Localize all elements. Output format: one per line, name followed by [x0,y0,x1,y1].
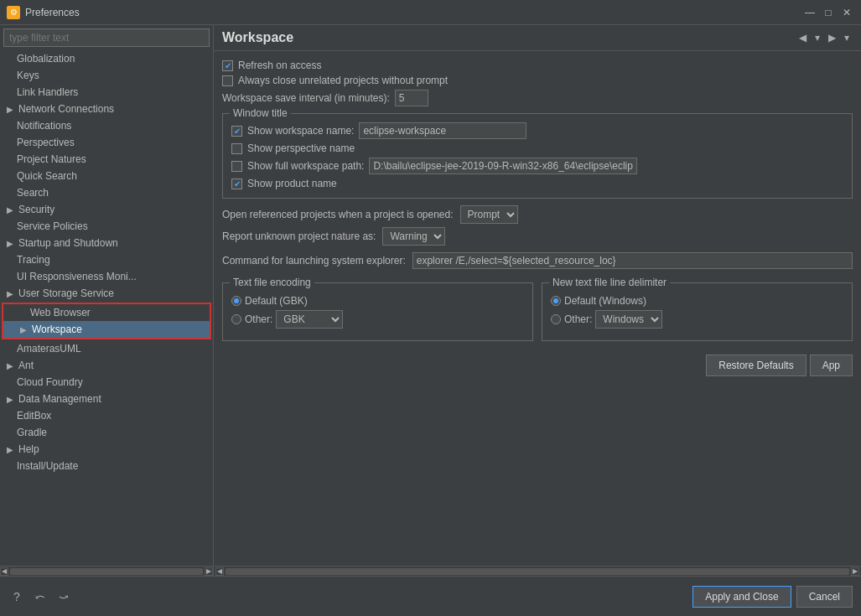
sidebar-item-data-management[interactable]: ▶ Data Management [0,391,213,407]
sidebar-item-project-natures[interactable]: Project Natures [0,151,213,168]
sidebar-item-cloud-foundry[interactable]: Cloud Foundry [0,374,213,391]
expand-arrow: ▶ [7,205,17,215]
sidebar-item-ant[interactable]: ▶ Ant [0,357,213,374]
show-full-path-row: Show full workspace path: [231,158,843,174]
window-controls: — □ ✕ [802,5,854,20]
sidebar-item-quick-search[interactable]: Quick Search [0,168,213,184]
save-interval-input[interactable] [395,90,428,106]
always-close-checkbox[interactable] [222,75,233,86]
sidebar-item-security[interactable]: ▶ Security [0,201,213,218]
newline-default-label: Default (Windows) [564,295,646,307]
bottom-right: Apply and Close Cancel [692,586,853,608]
command-label: Command for launching system explorer: [222,255,406,267]
sidebar-item-network-connections[interactable]: ▶ Network Connections [0,101,213,117]
cancel-button[interactable]: Cancel [796,586,853,608]
encoding-default-row: Default (GBK) [231,295,524,307]
report-unknown-select[interactable]: Warning Error Ignore [382,227,445,246]
sidebar-item-search[interactable]: Search [0,184,213,201]
text-encoding-section: Text file encoding Default (GBK) Other: … [222,282,533,341]
text-encoding-group: Text file encoding Default (GBK) Other: … [222,276,533,348]
right-header: Workspace ◀ ▾ ▶ ▾ [214,25,861,51]
sidebar-item-workspace[interactable]: ▶ Workspace [3,321,210,338]
sidebar-item-amaterasuml[interactable]: AmaterasUML [0,340,213,357]
left-panel: Globalization Keys Link Handlers ▶ Netwo… [0,25,214,576]
minimize-button[interactable]: — [802,5,817,20]
report-unknown-row: Report unknown project nature as: Warnin… [222,227,853,246]
encoding-default-radio[interactable] [231,296,241,306]
command-input[interactable] [412,252,853,269]
workspace-name-input[interactable] [359,122,526,139]
sidebar-item-ui-responsiveness[interactable]: UI Responsiveness Moni... [0,268,213,285]
sidebar-item-editbox[interactable]: EditBox [0,407,213,424]
encoding-other-select[interactable]: GBK UTF-8 [276,310,343,329]
sidebar-item-perspectives[interactable]: Perspectives [0,134,213,151]
sidebar-item-install-update[interactable]: Install/Update [0,458,213,474]
forward-dropdown[interactable]: ▾ [841,30,853,45]
show-workspace-name-checkbox[interactable] [231,126,242,137]
newline-other-label: Other: [564,313,592,325]
maximize-button[interactable]: □ [821,5,836,20]
forward-button[interactable]: ▶ [825,30,839,45]
sidebar-item-globalization[interactable]: Globalization [0,50,213,67]
sidebar-item-service-policies[interactable]: Service Policies [0,218,213,235]
sidebar-item-help[interactable]: ▶ Help [0,441,213,458]
always-close-row: Always close unrelated projects without … [222,75,853,86]
help-icon[interactable]: ? [8,588,25,605]
expand-arrow: ▶ [7,361,17,370]
sidebar-item-gradle[interactable]: Gradle [0,424,213,441]
sidebar-item-notifications[interactable]: Notifications [0,117,213,134]
sidebar-item-web-browser[interactable]: Web Browser [3,304,210,321]
title-bar: ⚙ Preferences — □ ✕ [0,0,861,25]
encoding-default-label: Default (GBK) [245,295,308,307]
show-perspective-name-label: Show perspective name [247,142,355,154]
window-title: Preferences [25,7,802,18]
newline-default-row: Default (Windows) [551,295,843,307]
encoding-other-row: Other: GBK UTF-8 [231,310,524,329]
encoding-delimiter-section: Text file encoding Default (GBK) Other: … [222,276,853,348]
expand-arrow: ▶ [20,325,30,334]
encoding-other-radio[interactable] [231,314,241,324]
nav-back-icon[interactable]: ⤺ [32,588,49,605]
window-title-legend: Window title [230,107,291,119]
expand-arrow: ▶ [7,289,17,298]
nav-arrows: ◀ ▾ ▶ ▾ [796,30,853,45]
newline-other-select[interactable]: Windows Unix Mac [595,310,662,329]
sidebar-item-startup-shutdown[interactable]: ▶ Startup and Shutdown [0,235,213,251]
open-referenced-select[interactable]: Prompt Always Never [460,205,518,224]
page-title: Workspace [222,30,293,45]
nav-forward-icon[interactable]: ⤻ [55,588,72,605]
refresh-on-access-checkbox[interactable] [222,60,233,71]
show-perspective-name-checkbox[interactable] [231,143,242,154]
sidebar-item-link-handlers[interactable]: Link Handlers [0,84,213,101]
show-workspace-name-row: Show workspace name: [231,122,843,139]
filter-input[interactable] [3,28,210,47]
bottom-left: ? ⤺ ⤻ [8,588,72,605]
right-content: Refresh on access Always close unrelated… [214,51,861,566]
show-product-name-checkbox[interactable] [231,179,242,189]
sidebar-item-tracing[interactable]: Tracing [0,251,213,268]
show-product-name-row: Show product name [231,178,843,189]
back-button[interactable]: ◀ [796,30,810,45]
hscroll-right[interactable]: ▶ [851,567,859,576]
show-full-path-checkbox[interactable] [231,161,242,172]
restore-defaults-button[interactable]: Restore Defaults [706,355,806,376]
newline-other-radio[interactable] [551,314,561,324]
sidebar-item-user-storage[interactable]: ▶ User Storage Service [0,285,213,302]
tree-container: Globalization Keys Link Handlers ▶ Netwo… [0,50,213,566]
open-referenced-row: Open referenced projects when a project … [222,205,853,224]
sidebar-item-keys[interactable]: Keys [0,67,213,84]
hscrollbar [226,568,849,575]
newline-default-radio[interactable] [551,296,561,306]
save-interval-row: Workspace save interval (in minutes): [222,90,853,106]
apply-close-button[interactable]: Apply and Close [692,586,791,608]
close-button[interactable]: ✕ [839,5,854,20]
show-full-path-label: Show full workspace path: [247,160,364,172]
hscroll-left[interactable]: ◀ [215,567,224,576]
main-layout: Globalization Keys Link Handlers ▶ Netwo… [0,25,861,576]
right-panel: Workspace ◀ ▾ ▶ ▾ Refresh on access Alwa… [214,25,861,576]
back-dropdown[interactable]: ▾ [812,30,823,45]
full-path-input[interactable] [369,158,637,174]
apply-button[interactable]: App [810,355,853,376]
bottom-bar: ? ⤺ ⤻ Apply and Close Cancel [0,576,861,616]
window-title-group: Window title Show workspace name: Show p… [222,113,853,199]
